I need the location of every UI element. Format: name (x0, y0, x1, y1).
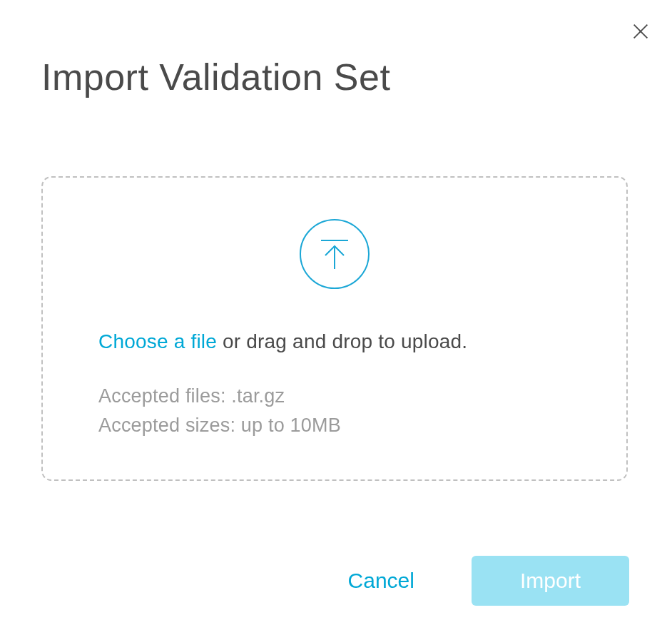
accepted-sizes-line: Accepted sizes: up to 10MB (98, 411, 571, 440)
accepted-files-line: Accepted files: .tar.gz (98, 382, 571, 411)
upload-icon-circle (300, 219, 370, 289)
import-button[interactable]: Import (472, 556, 629, 606)
dialog-button-row: Cancel Import (334, 556, 629, 606)
dropzone-text-block: Choose a file or drag and drop to upload… (43, 330, 626, 439)
dropzone-instruction: Choose a file or drag and drop to upload… (98, 330, 571, 353)
dialog-title: Import Validation Set (41, 56, 390, 98)
drag-drop-suffix: or drag and drop to upload. (217, 330, 467, 352)
dropzone-info: Accepted files: .tar.gz Accepted sizes: … (98, 382, 571, 439)
close-icon (631, 21, 651, 41)
close-button[interactable] (629, 20, 652, 43)
cancel-button[interactable]: Cancel (334, 561, 429, 600)
file-dropzone[interactable]: Choose a file or drag and drop to upload… (41, 176, 628, 481)
upload-icon (315, 235, 354, 273)
choose-file-link[interactable]: Choose a file (98, 330, 217, 352)
